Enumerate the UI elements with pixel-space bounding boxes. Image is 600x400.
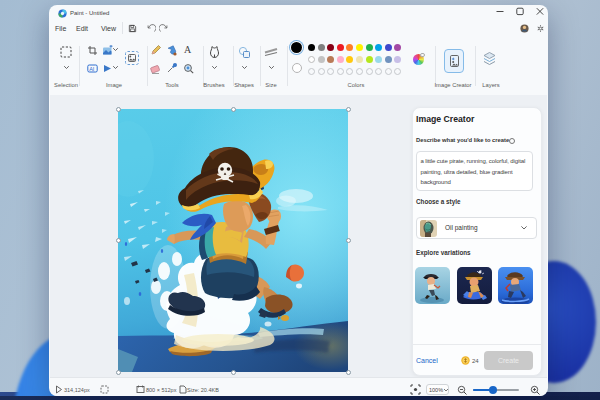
svg-text:AI: AI xyxy=(89,66,95,72)
